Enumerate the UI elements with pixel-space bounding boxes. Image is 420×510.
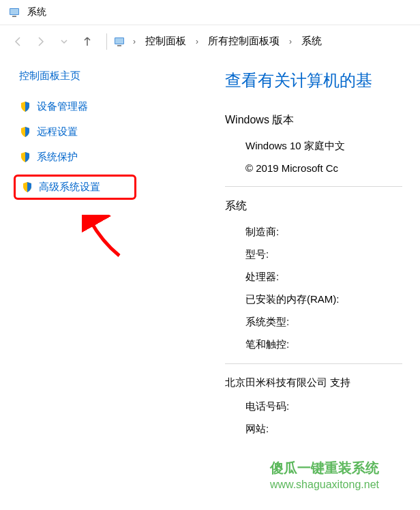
page-heading: 查看有关计算机的基: [225, 70, 420, 91]
breadcrumb-control-panel[interactable]: 控制面板: [141, 32, 190, 50]
svg-rect-1: [10, 9, 18, 14]
titlebar: 系统: [0, 0, 420, 25]
shield-icon: [19, 151, 31, 164]
chevron-right-icon: ›: [132, 37, 137, 46]
sidebar-item-advanced-settings[interactable]: 高级系统设置: [14, 175, 136, 200]
sidebar-item-device-manager[interactable]: 设备管理器: [19, 99, 136, 115]
system-type-row: 系统类型:: [225, 316, 420, 329]
chevron-right-icon: ›: [288, 37, 293, 46]
section-divider: [225, 186, 402, 187]
sidebar-item-label: 远程设置: [37, 125, 78, 138]
nav-forward-button[interactable]: [31, 32, 50, 51]
windows-edition: Windows 10 家庭中文: [225, 140, 420, 153]
breadcrumb-all-items[interactable]: 所有控制面板项: [204, 32, 284, 50]
website-row: 网站:: [225, 423, 420, 436]
section-divider: [225, 363, 402, 364]
breadcrumb-system-icon: [112, 34, 127, 49]
system-icon: [8, 5, 22, 19]
pen-touch-row: 笔和触控:: [225, 338, 420, 351]
chevron-right-icon: ›: [194, 37, 200, 46]
nav-recent-button[interactable]: [55, 32, 74, 51]
content-area: 控制面板主页 设备管理器 远程设置 系统保护 高级系统设置: [0, 57, 420, 445]
ram-row: 已安装的内存(RAM):: [225, 293, 420, 306]
sidebar-item-label: 系统保护: [37, 151, 78, 164]
sidebar-item-system-protection[interactable]: 系统保护: [19, 149, 136, 165]
sidebar: 控制面板主页 设备管理器 远程设置 系统保护 高级系统设置: [0, 70, 136, 445]
sidebar-item-label: 高级系统设置: [39, 181, 100, 194]
svg-rect-5: [117, 45, 121, 46]
watermark: 傻瓜一键重装系统 www.shaguaxitong.net: [270, 459, 379, 491]
model-row: 型号:: [225, 248, 420, 261]
window-title: 系统: [27, 6, 46, 18]
sidebar-item-remote-settings[interactable]: 远程设置: [19, 124, 136, 140]
windows-version-label: Windows 版本: [225, 113, 420, 127]
nav-up-button[interactable]: [78, 32, 97, 51]
navbar: › 控制面板 › 所有控制面板项 › 系统: [0, 25, 420, 57]
breadcrumb: › 控制面板 › 所有控制面板项 › 系统: [112, 32, 326, 50]
windows-copyright: © 2019 Microsoft Cc: [225, 162, 420, 174]
watermark-text: 傻瓜一键重装系统: [270, 459, 379, 477]
shield-icon: [21, 181, 33, 194]
breadcrumb-system[interactable]: 系统: [297, 32, 326, 50]
shield-icon: [19, 101, 31, 113]
processor-row: 处理器:: [225, 271, 420, 284]
watermark-url: www.shaguaxitong.net: [270, 479, 379, 491]
manufacturer-row: 制造商:: [225, 226, 420, 239]
sidebar-title[interactable]: 控制面板主页: [19, 70, 136, 82]
sidebar-item-label: 设备管理器: [37, 100, 88, 113]
svg-rect-4: [115, 38, 123, 44]
main-content: 查看有关计算机的基 Windows 版本 Windows 10 家庭中文 © 2…: [136, 70, 420, 445]
svg-rect-2: [12, 16, 16, 17]
phone-row: 电话号码:: [225, 400, 420, 413]
system-section-label: 系统: [225, 199, 420, 213]
nav-back-button[interactable]: [8, 32, 27, 51]
shield-icon: [19, 126, 31, 138]
nav-separator: [106, 33, 107, 50]
support-company: 北京田米科技有限公司 支持: [225, 376, 420, 389]
